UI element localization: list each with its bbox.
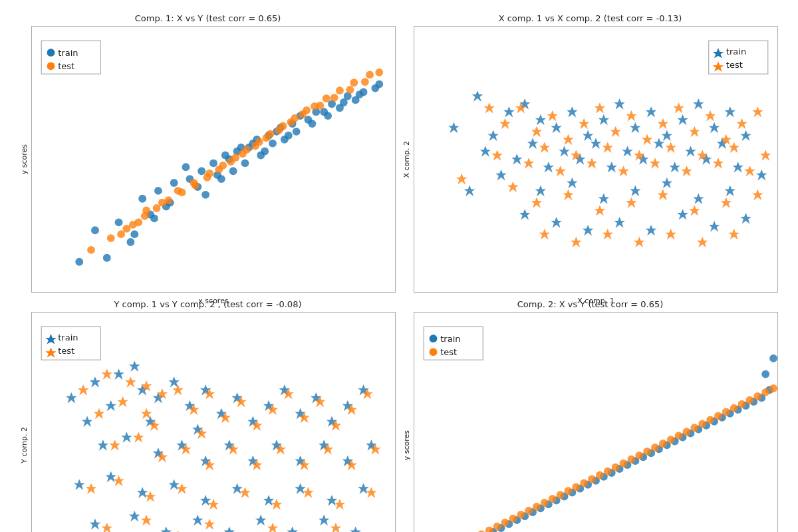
svg-text:test: test (58, 61, 74, 71)
svg-point-42 (201, 191, 209, 199)
svg-point-84 (203, 174, 211, 182)
svg-point-74 (346, 86, 354, 94)
plot-br-svg: train test (414, 312, 778, 532)
svg-point-182 (509, 515, 517, 523)
svg-point-181 (493, 523, 501, 531)
plot-tr-svg: train test (414, 26, 778, 293)
svg-point-51 (324, 112, 332, 120)
plot-tl-title: Comp. 1: X vs Y (test corr = 0.65) (135, 13, 281, 23)
plot-tl-svg: train test (31, 26, 396, 293)
plot-br-ylabel: y scores (402, 430, 411, 460)
svg-point-101 (47, 62, 55, 70)
svg-point-25 (126, 238, 134, 246)
svg-point-157 (761, 370, 769, 378)
plot-tl-wrapper: y scores (20, 26, 396, 293)
svg-point-8 (154, 187, 162, 195)
svg-point-52 (340, 98, 348, 106)
svg-text:test: test (58, 346, 74, 356)
svg-point-4 (130, 230, 138, 238)
svg-point-11 (182, 163, 190, 171)
svg-point-78 (129, 221, 137, 229)
svg-point-162 (517, 511, 525, 519)
svg-text:train: train (58, 332, 78, 342)
svg-point-86 (227, 158, 235, 166)
svg-point-174 (706, 416, 714, 424)
plot-bl-svg: train test (31, 312, 396, 532)
svg-point-43 (217, 175, 225, 183)
svg-point-172 (675, 432, 683, 440)
plot-tr-wrapper: X comp. 2 (402, 26, 778, 293)
svg-point-196 (730, 404, 738, 412)
svg-marker-104 (414, 27, 420, 39)
svg-point-170 (643, 448, 651, 456)
svg-point-6 (138, 195, 146, 203)
svg-point-186 (572, 483, 580, 491)
svg-point-55 (87, 246, 95, 254)
svg-point-192 (667, 436, 675, 444)
svg-point-197 (746, 396, 754, 404)
svg-point-89 (263, 134, 271, 142)
svg-point-183 (525, 507, 533, 515)
svg-point-178 (769, 384, 777, 392)
svg-point-175 (722, 408, 730, 416)
svg-point-1 (103, 254, 111, 262)
svg-point-202 (430, 348, 438, 356)
svg-point-47 (269, 140, 277, 148)
svg-point-46 (257, 152, 265, 160)
svg-point-79 (141, 212, 149, 220)
svg-point-94 (323, 94, 331, 102)
svg-point-88 (251, 142, 259, 150)
svg-point-184 (541, 499, 549, 507)
svg-point-48 (281, 136, 289, 144)
svg-point-156 (769, 354, 777, 362)
svg-text:train: train (440, 334, 460, 344)
plot-tr-canvas: train test X comp. 1 (414, 26, 778, 293)
svg-point-166 (580, 479, 588, 487)
svg-point-195 (714, 412, 722, 420)
svg-point-77 (117, 230, 125, 238)
plot-br-title: Comp. 2: X vs Y (test corr = 0.65) (517, 299, 664, 309)
svg-point-53 (356, 90, 364, 98)
svg-point-93 (311, 102, 319, 110)
svg-text:train: train (58, 48, 78, 58)
svg-point-82 (178, 188, 186, 196)
svg-point-176 (738, 400, 746, 408)
svg-point-81 (164, 196, 172, 204)
svg-point-45 (241, 159, 249, 167)
svg-point-92 (299, 110, 307, 118)
svg-point-13 (209, 159, 217, 167)
svg-point-3 (115, 218, 123, 226)
plot-top-right: X comp. 1 vs X comp. 2 (test corr = -0.1… (402, 13, 778, 293)
svg-point-168 (612, 464, 620, 471)
svg-point-83 (192, 182, 200, 190)
svg-text:test: test (726, 60, 743, 70)
svg-point-177 (753, 392, 761, 400)
plot-bottom-left: Y comp. 1 vs Y comp. 2 , (test corr = -0… (20, 299, 396, 532)
svg-text:test: test (440, 347, 457, 357)
svg-point-12 (198, 167, 205, 175)
svg-point-194 (698, 420, 706, 428)
svg-point-191 (651, 444, 659, 452)
svg-point-189 (620, 460, 628, 467)
svg-point-173 (690, 424, 698, 432)
plot-tr-ylabel: X comp. 2 (402, 141, 411, 178)
svg-point-2 (91, 226, 99, 234)
svg-point-73 (331, 94, 338, 102)
plot-bl-canvas: train test Y comp. 1 (31, 312, 396, 532)
plot-tl-canvas: train test x scores (31, 26, 396, 293)
svg-point-76 (375, 68, 383, 76)
svg-point-200 (430, 334, 438, 342)
svg-point-9 (170, 179, 178, 187)
plot-tr-title: X comp. 1 vs X comp. 2 (test corr = -0.1… (499, 13, 682, 23)
svg-point-188 (604, 467, 612, 475)
svg-point-49 (293, 128, 301, 136)
svg-point-50 (308, 120, 316, 128)
svg-point-190 (635, 452, 643, 460)
plot-br-canvas: train test x scores (414, 312, 778, 532)
plot-tl-ylabel: y scores (20, 144, 29, 174)
svg-point-163 (533, 503, 541, 511)
svg-point-167 (596, 471, 604, 479)
svg-marker-103 (414, 27, 420, 39)
svg-point-164 (549, 495, 557, 503)
plot-br-wrapper: y scores (402, 312, 778, 532)
